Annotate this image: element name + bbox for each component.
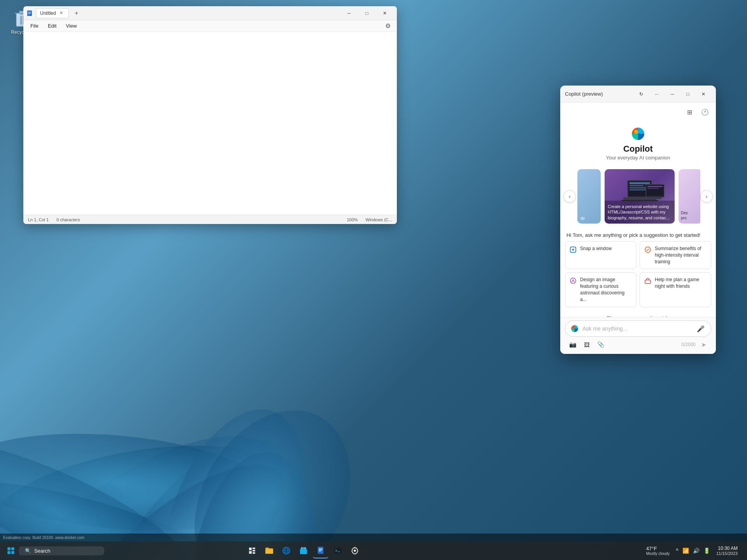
suggestion-card-1[interactable]: Snap a window bbox=[565, 241, 637, 269]
taskbar-system-tray: 47°F Mostly cloudy ^ 📶 🔊 🔋 10:30 AM 11/1… bbox=[643, 543, 744, 558]
taskbar-show-desktop-strip[interactable] bbox=[742, 543, 744, 558]
svg-point-22 bbox=[638, 129, 642, 132]
notepad-close-tab-button[interactable]: ✕ bbox=[58, 10, 65, 16]
taskbar-pinned-apps bbox=[244, 543, 363, 558]
notepad-window: Untitled ✕ + ─ □ ✕ File Edit View ⚙ Ln bbox=[23, 6, 397, 224]
copilot-restore-button[interactable]: □ bbox=[680, 88, 696, 100]
copilot-carousel: ‹ de bbox=[560, 165, 716, 228]
notepad-settings-icon[interactable]: ⚙ bbox=[382, 21, 394, 31]
notepad-statusbar: Ln 1, Col 1 0 characters 100% Windows (C… bbox=[23, 215, 397, 224]
svg-rect-48 bbox=[253, 548, 255, 549]
copilot-history-icon[interactable]: 🕐 bbox=[699, 106, 711, 118]
copilot-logo-area: Copilot Your everyday AI companion bbox=[560, 120, 716, 165]
suggestion-1-text: Snap a window bbox=[580, 245, 612, 252]
bloom-decoration bbox=[0, 171, 428, 560]
copilot-camera-button[interactable]: 📷 bbox=[566, 339, 579, 350]
carousel-card-1[interactable]: de bbox=[577, 169, 601, 224]
svg-point-21 bbox=[634, 130, 638, 134]
taskbar-search-icon: 🔍 bbox=[25, 548, 31, 554]
taskbar-sys-icons: ^ 📶 🔊 🔋 bbox=[674, 546, 712, 555]
notepad-view-menu[interactable]: View bbox=[62, 22, 81, 30]
suggestion-4-icon bbox=[644, 277, 652, 285]
taskbar-clock[interactable]: 10:30 AM 11/15/2023 bbox=[713, 545, 741, 556]
svg-rect-43 bbox=[7, 547, 11, 550]
svg-rect-46 bbox=[11, 551, 14, 554]
taskbar-weather-widget[interactable]: 47°F Mostly cloudy bbox=[643, 545, 673, 556]
svg-rect-58 bbox=[300, 549, 307, 554]
svg-rect-35 bbox=[648, 197, 661, 199]
evaluation-bar: Evaluation copy. Build 26100. www.docker… bbox=[0, 534, 747, 541]
notepad-tab[interactable]: Untitled ✕ bbox=[36, 8, 69, 18]
copilot-input-row: 🎤 bbox=[565, 320, 711, 337]
copilot-suggestions: Snap a window Summarize benefits of high… bbox=[560, 241, 716, 312]
carousel-prev-button[interactable]: ‹ bbox=[563, 190, 576, 203]
taskbar-store-icon[interactable] bbox=[296, 543, 311, 558]
notepad-add-tab-button[interactable]: + bbox=[72, 9, 81, 18]
copilot-window-title: Copilot (preview) bbox=[565, 91, 633, 97]
copilot-toolbar: ⊞ 🕐 bbox=[560, 103, 716, 120]
carousel-card-2-text: Create a personal website using HTML/Jav… bbox=[605, 201, 675, 224]
copilot-chat-input[interactable] bbox=[582, 326, 692, 332]
carousel-track: de bbox=[576, 169, 700, 224]
copilot-actions-row: 📷 🖼 📎 0/2000 ➤ bbox=[565, 337, 711, 351]
carousel-next-button[interactable]: › bbox=[700, 190, 713, 203]
taskbar-start-button[interactable] bbox=[3, 543, 19, 558]
taskbar-browser-icon[interactable] bbox=[279, 543, 294, 558]
copilot-titlebar: Copilot (preview) ↻ ··· ─ □ ✕ bbox=[560, 86, 716, 103]
taskbar-network-icon[interactable]: 📶 bbox=[681, 546, 691, 555]
copilot-image-button[interactable]: 🖼 bbox=[580, 339, 593, 350]
svg-rect-45 bbox=[7, 551, 11, 554]
svg-rect-47 bbox=[249, 548, 252, 550]
notepad-minimize-button[interactable]: ─ bbox=[340, 7, 358, 19]
notepad-text-area[interactable] bbox=[23, 32, 397, 215]
carousel-card-2[interactable]: Create a personal website using HTML/Jav… bbox=[605, 169, 675, 224]
weather-temperature: 47°F bbox=[646, 546, 657, 551]
taskbar: 🔍 Search bbox=[0, 541, 747, 560]
notepad-encoding: Windows (C... bbox=[366, 217, 392, 222]
svg-rect-49 bbox=[249, 551, 252, 554]
suggestion-card-2[interactable]: Summarize benefits of high-intensity int… bbox=[640, 241, 711, 269]
taskbar-file-explorer-icon[interactable] bbox=[261, 543, 277, 558]
copilot-grid-icon[interactable]: ⊞ bbox=[683, 106, 696, 118]
svg-rect-26 bbox=[630, 185, 644, 186]
svg-point-59 bbox=[303, 548, 304, 549]
notepad-window-controls: ─ □ ✕ bbox=[340, 7, 394, 19]
taskbar-notepad-icon[interactable] bbox=[313, 543, 328, 558]
suggestion-card-4[interactable]: Help me plan a game night with friends bbox=[640, 272, 711, 307]
carousel-card-3[interactable]: Despro bbox=[679, 169, 700, 224]
copilot-send-button[interactable]: ➤ bbox=[697, 339, 710, 350]
taskbar-search-label: Search bbox=[34, 548, 50, 554]
copilot-minimize-button[interactable]: ─ bbox=[665, 88, 680, 100]
copilot-input-icon bbox=[570, 324, 579, 333]
taskbar-search-bar[interactable]: 🔍 Search bbox=[19, 546, 104, 555]
eval-bar-text: Evaluation copy. Build 26100. www.docker… bbox=[3, 536, 84, 540]
copilot-char-counter: 0/2000 bbox=[681, 342, 696, 347]
svg-point-40 bbox=[570, 278, 576, 284]
notepad-file-menu[interactable]: File bbox=[26, 22, 42, 30]
notepad-app-icon bbox=[26, 10, 33, 16]
copilot-mic-button[interactable]: 🎤 bbox=[695, 323, 706, 334]
taskbar-show-desktop-button[interactable]: ^ bbox=[674, 546, 680, 555]
copilot-refresh-button[interactable]: ↻ bbox=[633, 88, 649, 100]
svg-rect-51 bbox=[253, 552, 255, 554]
taskbar-settings-icon[interactable] bbox=[347, 543, 363, 558]
notepad-close-button[interactable]: ✕ bbox=[376, 7, 394, 19]
svg-rect-44 bbox=[11, 547, 14, 550]
desktop: Recycle Bin Untitled ✕ bbox=[0, 0, 747, 560]
suggestion-1-icon bbox=[569, 246, 577, 254]
svg-point-66 bbox=[354, 550, 356, 552]
copilot-attach-button[interactable]: 📎 bbox=[594, 339, 607, 350]
taskbar-battery-icon[interactable]: 🔋 bbox=[702, 546, 712, 555]
notepad-edit-menu[interactable]: Edit bbox=[44, 22, 60, 30]
taskbar-task-view-button[interactable] bbox=[244, 543, 260, 558]
copilot-close-button[interactable]: ✕ bbox=[696, 88, 711, 100]
taskbar-terminal-icon[interactable] bbox=[330, 543, 345, 558]
suggestion-3-icon bbox=[569, 277, 577, 285]
copilot-more-options-button[interactable]: ··· bbox=[649, 88, 665, 100]
taskbar-volume-icon[interactable]: 🔊 bbox=[691, 546, 701, 555]
suggestion-3-text: Design an image featuring a curious astr… bbox=[580, 276, 632, 303]
notepad-maximize-button[interactable]: □ bbox=[358, 7, 376, 19]
svg-rect-50 bbox=[253, 550, 255, 551]
copilot-body: Copilot Your everyday AI companion ‹ de bbox=[560, 120, 716, 317]
suggestion-card-3[interactable]: Design an image featuring a curious astr… bbox=[565, 272, 637, 307]
